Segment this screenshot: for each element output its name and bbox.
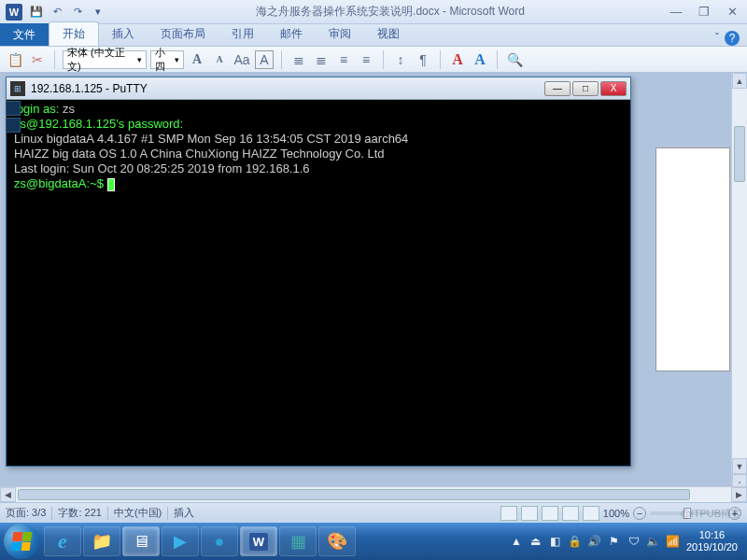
clock-time: 10:16 bbox=[686, 529, 738, 541]
qat-more-icon[interactable]: ▾ bbox=[90, 4, 106, 21]
undo-icon[interactable]: ↶ bbox=[49, 4, 65, 21]
scroll-down-icon[interactable]: ▼ bbox=[732, 458, 747, 474]
vertical-scrollbar[interactable]: ▲ ▼ ◦ ▾ bbox=[731, 73, 747, 506]
taskbar-item-paint[interactable]: 🎨 bbox=[318, 526, 356, 556]
word-app-icon: W bbox=[6, 4, 22, 21]
status-page[interactable]: 页面: 3/3 bbox=[6, 506, 46, 520]
taskbar: e📁🖥▶●W▦🎨 ▲⏏◧🔒🔊⚑🛡🔈📶 10:16 2019/10/20 bbox=[0, 523, 747, 560]
status-language[interactable]: 中文(中国) bbox=[114, 506, 162, 520]
style-change-icon[interactable]: A bbox=[471, 50, 489, 69]
taskbar-item-word-task[interactable]: W bbox=[240, 526, 277, 556]
putty-maximize-button[interactable]: □ bbox=[572, 81, 599, 96]
putty-titlebar[interactable]: ⊞ 192.168.1.125 - PuTTY — □ X bbox=[7, 77, 630, 100]
find-icon[interactable]: 🔍 bbox=[505, 50, 524, 69]
cut-icon[interactable]: ✂ bbox=[28, 50, 47, 69]
view-draft-icon[interactable] bbox=[583, 506, 599, 521]
taskbar-item-task-view[interactable]: ▦ bbox=[279, 526, 317, 556]
hscroll-thumb[interactable] bbox=[18, 489, 690, 500]
view-web-icon[interactable] bbox=[542, 506, 558, 521]
tab-file[interactable]: 文件 bbox=[0, 23, 49, 46]
save-icon[interactable]: 💾 bbox=[28, 4, 45, 21]
tray-icon-5[interactable]: ⚑ bbox=[607, 534, 622, 549]
redo-icon[interactable]: ↷ bbox=[69, 4, 86, 21]
style-quick-a-icon[interactable]: A bbox=[448, 50, 467, 69]
shrink-font-icon[interactable]: A bbox=[210, 50, 229, 69]
window-controls: — ❐ ✕ bbox=[667, 5, 741, 20]
increase-indent-icon[interactable]: ≡ bbox=[357, 50, 375, 69]
change-case-icon[interactable]: Aa bbox=[233, 50, 251, 69]
zoom-level[interactable]: 100% bbox=[603, 508, 629, 519]
char-border-icon[interactable]: A bbox=[255, 50, 274, 69]
tab-home[interactable]: 开始 bbox=[49, 21, 99, 46]
vscroll-thumb[interactable] bbox=[734, 126, 745, 182]
tray-icon-8[interactable]: 📶 bbox=[666, 534, 681, 549]
ribbon-toolbar: 📋 ✂ 宋体 (中文正文)▾ 小四▾ A A Aa A ≣ ≣ ≡ ≡ ↕ ¶ … bbox=[0, 47, 747, 73]
putty-app-icon: ⊞ bbox=[10, 81, 25, 96]
numbering-icon[interactable]: ≣ bbox=[312, 50, 331, 69]
zoom-out-button[interactable]: − bbox=[633, 507, 646, 520]
taskbar-item-explorer[interactable]: 📁 bbox=[83, 526, 120, 556]
putty-minimize-button[interactable]: — bbox=[544, 81, 571, 96]
taskbar-item-browser[interactable]: ● bbox=[201, 526, 238, 556]
putty-window[interactable]: ⊞ 192.168.1.125 - PuTTY — □ X login as: … bbox=[6, 77, 631, 467]
status-word-count[interactable]: 字数: 221 bbox=[58, 506, 101, 520]
ribbon-collapse-icon[interactable]: ˇ bbox=[715, 32, 719, 45]
bullets-icon[interactable]: ≣ bbox=[289, 50, 308, 69]
scroll-up-icon[interactable]: ▲ bbox=[732, 73, 747, 89]
paragraph-marks-icon[interactable]: ¶ bbox=[414, 50, 432, 69]
shell-prompt: zs@bigdataA:~$ bbox=[14, 176, 107, 190]
word-titlebar: W 💾 ↶ ↷ ▾ 海之舟服务器操作系统安装说明.docx - Microsof… bbox=[0, 0, 747, 24]
tab-references[interactable]: 引用 bbox=[218, 22, 267, 46]
close-button[interactable]: ✕ bbox=[723, 5, 741, 20]
paste-icon[interactable]: 📋 bbox=[6, 50, 24, 69]
font-name-select[interactable]: 宋体 (中文正文)▾ bbox=[63, 50, 147, 69]
sort-icon[interactable]: ↕ bbox=[391, 50, 410, 69]
help-icon[interactable]: ? bbox=[725, 31, 740, 46]
clock-date: 2019/10/20 bbox=[686, 541, 738, 553]
taskbar-item-putty-task[interactable]: 🖥 bbox=[122, 526, 160, 556]
tab-mailings[interactable]: 邮件 bbox=[267, 22, 316, 46]
ribbon-tabs: 文件 开始 插入 页面布局 引用 邮件 审阅 视图 ˇ ? bbox=[0, 24, 747, 47]
taskbar-clock[interactable]: 10:16 2019/10/20 bbox=[686, 529, 738, 553]
tray-icon-4[interactable]: 🔊 bbox=[587, 534, 602, 549]
tab-view[interactable]: 视图 bbox=[364, 22, 413, 46]
tab-review[interactable]: 审阅 bbox=[316, 22, 364, 46]
horizontal-scrollbar[interactable]: ◀ ▶ bbox=[0, 486, 747, 502]
start-button[interactable] bbox=[4, 524, 39, 559]
tray-icon-6[interactable]: 🛡 bbox=[627, 534, 641, 549]
tab-insert[interactable]: 插入 bbox=[99, 22, 148, 46]
windows-logo-icon bbox=[11, 532, 33, 551]
view-fullscreen-icon[interactable] bbox=[521, 506, 538, 521]
putty-system-icons bbox=[6, 101, 21, 133]
terminal-line: HAIZZ big data OS 1.0 A China ChuXiong H… bbox=[14, 147, 623, 161]
putty-close-button[interactable]: X bbox=[600, 81, 627, 96]
login-value: zs bbox=[63, 102, 75, 116]
view-print-layout-icon[interactable] bbox=[500, 506, 517, 521]
terminal-body[interactable]: login as: zs zs@192.168.1.125's password… bbox=[10, 100, 627, 462]
tray-icon-7[interactable]: 🔈 bbox=[646, 534, 661, 549]
quick-access-toolbar: 💾 ↶ ↷ ▾ bbox=[28, 4, 106, 21]
system-tray: ▲⏏◧🔒🔊⚑🛡🔈📶 10:16 2019/10/20 bbox=[509, 529, 743, 553]
scroll-left-icon[interactable]: ◀ bbox=[0, 487, 16, 502]
scroll-right-icon[interactable]: ▶ bbox=[731, 487, 747, 502]
window-title: 海之舟服务器操作系统安装说明.docx - Microsoft Word bbox=[114, 4, 667, 20]
taskbar-item-ie[interactable]: e bbox=[44, 526, 81, 556]
maximize-button[interactable]: ❐ bbox=[695, 5, 713, 20]
font-size-select[interactable]: 小四▾ bbox=[150, 50, 184, 69]
putty-sysicon-1 bbox=[6, 101, 21, 116]
document-page[interactable] bbox=[655, 147, 730, 371]
tray-icon-2[interactable]: ◧ bbox=[548, 534, 563, 549]
decrease-indent-icon[interactable]: ≡ bbox=[334, 50, 353, 69]
terminal-line: Last login: Sun Oct 20 08:25:25 2019 fro… bbox=[14, 161, 623, 176]
tray-icon-3[interactable]: 🔒 bbox=[568, 534, 583, 549]
minimize-button[interactable]: — bbox=[667, 5, 685, 20]
grow-font-icon[interactable]: A bbox=[188, 50, 206, 69]
watermark-text: @ITPUB博客 bbox=[680, 507, 741, 521]
view-outline-icon[interactable] bbox=[562, 506, 579, 521]
putty-title: 192.168.1.125 - PuTTY bbox=[31, 82, 544, 95]
tab-layout[interactable]: 页面布局 bbox=[148, 22, 218, 46]
tray-icon-0[interactable]: ▲ bbox=[509, 534, 524, 549]
taskbar-item-media-player[interactable]: ▶ bbox=[162, 526, 199, 556]
tray-icon-1[interactable]: ⏏ bbox=[529, 534, 543, 549]
status-insert-mode[interactable]: 插入 bbox=[174, 506, 194, 520]
